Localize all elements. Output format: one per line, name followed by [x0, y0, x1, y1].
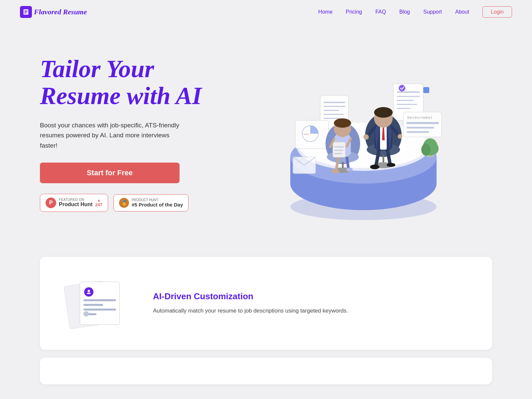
nav-links: Home Pricing FAQ Blog Support About Logi… [318, 6, 512, 18]
ph-name: Product Hunt [59, 201, 92, 207]
svg-rect-29 [295, 120, 329, 149]
svg-text:RECRUITMENT: RECRUITMENT [407, 116, 433, 119]
nav-about[interactable]: About [455, 9, 469, 15]
feature-icon-ai [60, 277, 133, 330]
svg-point-34 [421, 144, 431, 156]
svg-point-35 [431, 143, 439, 154]
badges-row: P FEATURED ON Product Hunt ▲ 247 🏅 PRODU… [40, 194, 202, 212]
svg-rect-45 [333, 142, 345, 157]
svg-point-16 [399, 85, 405, 91]
line3 [83, 309, 116, 311]
pod-text: PRODUCT HUNT #5 Product of the Day [132, 198, 183, 207]
nav-home[interactable]: Home [318, 9, 332, 15]
feature-desc-ai: Automatically match your resume to job d… [153, 306, 472, 315]
svg-point-50 [334, 118, 351, 128]
feature-content-ai: AI-Driven Customization Automatically ma… [153, 291, 472, 315]
ph-number: 247 [95, 202, 102, 207]
svg-rect-17 [423, 87, 429, 93]
login-button[interactable]: Login [482, 6, 512, 18]
line2 [83, 304, 103, 306]
hero-title: Tailor Your Resume with AI [40, 56, 202, 110]
hero-svg: RECRUITMENT [244, 44, 457, 223]
svg-point-67 [374, 107, 393, 118]
ph-count: ▲ 247 [95, 198, 102, 207]
svg-line-41 [347, 157, 348, 169]
features-section: AI-Driven Customization Automatically ma… [0, 237, 532, 399]
nav-pricing[interactable]: Pricing [346, 9, 362, 15]
medal-icon: 🏅 [119, 198, 129, 208]
nav-blog[interactable]: Blog [399, 9, 410, 15]
hero-illustration: RECRUITMENT [202, 44, 499, 223]
resume-front [80, 282, 120, 325]
svg-point-75 [88, 290, 90, 292]
hero-section: Tailor Your Resume with AI Boost your ch… [0, 24, 532, 237]
start-free-button[interactable]: Start for Free [40, 163, 180, 183]
hero-content: Tailor Your Resume with AI Boost your ch… [40, 56, 202, 212]
pod-rank: #5 Product of the Day [132, 202, 183, 207]
hero-subtitle: Boost your chances with job-specific, AT… [40, 120, 180, 151]
product-hunt-badge[interactable]: P FEATURED ON Product Hunt ▲ 247 [40, 194, 108, 212]
pod-label: PRODUCT HUNT [132, 198, 183, 202]
svg-point-71 [398, 134, 402, 139]
feature-card-2-partial [40, 358, 492, 384]
product-of-day-badge[interactable]: 🏅 PRODUCT HUNT #5 Product of the Day [113, 194, 189, 211]
line1 [83, 299, 116, 301]
svg-point-70 [363, 134, 369, 140]
ph-text: FEATURED ON Product Hunt [59, 198, 92, 207]
nav-support[interactable]: Support [423, 9, 442, 15]
resume-stack [66, 280, 126, 327]
resume-avatar [84, 287, 93, 297]
feature-title-ai: AI-Driven Customization [153, 291, 472, 302]
svg-point-43 [346, 168, 353, 172]
resume-circle [83, 311, 89, 317]
logo-icon [20, 6, 32, 18]
feature-card-ai: AI-Driven Customization Automatically ma… [40, 257, 492, 350]
svg-point-60 [387, 163, 395, 167]
nav-faq[interactable]: FAQ [375, 9, 386, 15]
ph-arrow: ▲ [97, 198, 101, 202]
navbar: Flavored Resume Home Pricing FAQ Blog Su… [0, 0, 532, 24]
svg-point-42 [331, 169, 339, 173]
logo[interactable]: Flavored Resume [20, 6, 87, 18]
svg-point-59 [370, 165, 379, 169]
ph-logo-icon: P [46, 198, 56, 208]
ph-featured-label: FEATURED ON [59, 198, 92, 201]
logo-text: Flavored Resume [34, 8, 87, 16]
